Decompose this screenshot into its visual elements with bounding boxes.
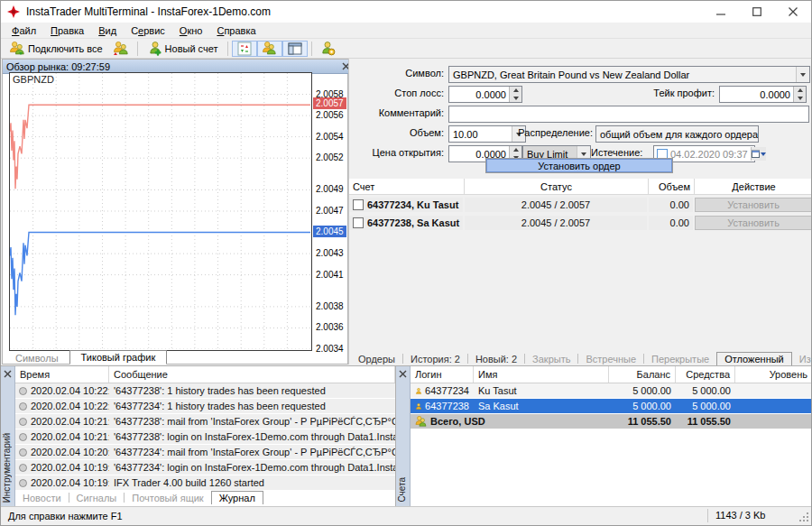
list-item[interactable]: 2020.02.04 10:22:2...'64377238': 1 histo… xyxy=(15,383,395,398)
market-watch-toggle-button[interactable] xyxy=(232,41,257,57)
price-tick-label: 2.0049 xyxy=(316,184,344,194)
terminal-close-button[interactable] xyxy=(3,369,13,379)
column-header-status[interactable]: Статус xyxy=(465,179,649,194)
column-header-volume[interactable]: Объем xyxy=(649,179,695,194)
stop-loss-input[interactable] xyxy=(449,87,509,102)
tab-signals[interactable]: Сигналы xyxy=(69,492,125,504)
menu-item-file[interactable]: Файл xyxy=(5,24,43,37)
tab-counter[interactable]: Встречные xyxy=(578,353,643,365)
accounts-close-button[interactable] xyxy=(398,369,408,379)
account-name: 64377238, Sa Kasut xyxy=(367,217,459,228)
take-profit-stepper[interactable] xyxy=(719,86,807,103)
journal-rows: 2020.02.04 10:22:2...'64377238': 1 histo… xyxy=(15,383,395,491)
resize-grip[interactable] xyxy=(798,512,809,522)
maximize-button[interactable] xyxy=(739,1,775,23)
close-icon xyxy=(398,369,408,379)
spin-up-icon[interactable] xyxy=(510,87,521,95)
tab-pending[interactable]: Отложенный xyxy=(716,352,792,365)
tab-journal[interactable]: Журнал xyxy=(211,491,263,504)
spin-down-icon[interactable] xyxy=(794,95,806,103)
column-header-name[interactable]: Имя xyxy=(474,366,609,383)
user-icon xyxy=(415,401,422,412)
accounts-toggle-button[interactable] xyxy=(257,41,282,57)
list-item[interactable]: 2020.02.04 10:20:0...'64377234': mail fr… xyxy=(15,445,395,459)
price-tick-label: 2.0036 xyxy=(316,322,344,332)
column-header-login[interactable]: Логин xyxy=(411,366,474,383)
minimize-button[interactable] xyxy=(703,1,739,23)
column-header-level[interactable]: Уровень xyxy=(735,366,812,383)
status-bar: Для справки нажмите F1 xyxy=(1,506,811,525)
column-header-time[interactable]: Время xyxy=(15,366,109,383)
list-item[interactable]: 2020.02.04 10:21:1...'64377238': mail fr… xyxy=(15,414,395,429)
table-row-selected[interactable]: 64377238 Sa Kasut 5 000.00 5 000.00 xyxy=(411,399,812,413)
new-account-button[interactable]: Новый счет xyxy=(142,41,224,57)
layout-toggle-button[interactable] xyxy=(282,41,308,57)
menu-item-view[interactable]: Вид xyxy=(91,24,124,37)
list-item[interactable]: 2020.02.04 10:19:5...'64377234': login o… xyxy=(15,460,395,475)
tab-history[interactable]: История: 2 xyxy=(403,353,467,365)
menu-item-help[interactable]: Справка xyxy=(209,24,263,37)
expert-settings-button[interactable] xyxy=(316,41,341,57)
table-row[interactable]: 64377234, Ku Tasut 2.0045 / 2.0057 0.00 … xyxy=(349,197,812,213)
accounts-panel: Счета Логин Имя Баланс Средства Уровень … xyxy=(395,365,812,506)
minimize-icon xyxy=(716,7,725,16)
accounts-panel-label[interactable]: Счета xyxy=(397,477,407,503)
terminal-panel-label[interactable]: Инструментарий xyxy=(2,433,12,503)
table-row[interactable]: 64377238, Sa Kasut 2.0045 / 2.0057 0.00 … xyxy=(349,215,812,231)
volume-label: Объем: xyxy=(354,127,444,138)
tab-news[interactable]: Новости xyxy=(15,492,69,504)
distribution-select[interactable]: общий объем для каждого ордера xyxy=(595,125,759,143)
bid-price-label: 2.0045 xyxy=(313,226,346,237)
menu-item-service[interactable]: Сервис xyxy=(124,24,172,37)
tab-modify[interactable]: Изменить xyxy=(792,353,812,365)
table-row[interactable]: 64377234 Ku Tasut 5 000.00 5 000.00 xyxy=(411,383,812,398)
symbol-label: Символ: xyxy=(354,68,444,78)
row-checkbox[interactable] xyxy=(353,199,364,210)
take-profit-input[interactable] xyxy=(720,87,793,102)
tab-close[interactable]: Закрыть xyxy=(525,353,577,365)
tab-new[interactable]: Новый: 2 xyxy=(468,353,524,365)
disconnect-all-button[interactable] xyxy=(108,41,134,57)
price-tick-label: 2.0047 xyxy=(316,206,344,216)
connect-all-button[interactable]: Подключить все xyxy=(5,41,108,57)
accounts-panel-strip: Счета xyxy=(396,366,411,506)
tab-overlapped[interactable]: Перекрытые xyxy=(644,353,716,365)
open-price-label: Цена открытия: xyxy=(354,147,444,158)
close-icon xyxy=(789,7,798,16)
place-row-order-button[interactable]: Установить xyxy=(695,198,812,212)
ask-price-label: 2.0057 xyxy=(313,97,346,109)
list-item[interactable]: 2020.02.04 10:21:0...'64377238': login o… xyxy=(15,429,395,444)
stop-loss-stepper[interactable] xyxy=(448,86,522,103)
layout-icon xyxy=(288,42,302,56)
row-checkbox[interactable] xyxy=(353,217,364,228)
toolbar-separator xyxy=(311,42,312,56)
expiration-checkbox[interactable] xyxy=(657,149,668,160)
spin-up-icon[interactable] xyxy=(794,87,806,95)
column-header-equity[interactable]: Средства xyxy=(676,366,735,383)
place-row-order-button[interactable]: Установить xyxy=(695,216,812,230)
list-item[interactable]: 2020.02.04 10:19:3...IFX Trader 4.00 bui… xyxy=(15,475,395,490)
market-watch-icon xyxy=(237,42,252,56)
tab-tick-chart[interactable]: Тиковый график xyxy=(69,350,168,365)
spin-up-icon[interactable] xyxy=(510,146,521,154)
column-header-message[interactable]: Сообщение xyxy=(109,366,395,383)
menu-item-edit[interactable]: Правка xyxy=(43,24,91,37)
calendar-icon[interactable] xyxy=(751,147,766,161)
comment-input[interactable] xyxy=(449,106,808,122)
list-item[interactable]: 2020.02.04 10:22:2...'64377234': 1 histo… xyxy=(15,399,395,413)
tab-mailbox[interactable]: Почтовый ящик xyxy=(125,492,210,504)
accounts-header: Логин Имя Баланс Средства Уровень xyxy=(411,366,812,383)
tab-orders[interactable]: Ордеры xyxy=(351,353,402,365)
column-header-account[interactable]: Счет xyxy=(349,179,465,194)
close-button[interactable] xyxy=(775,1,811,23)
menu-item-window[interactable]: Окно xyxy=(172,24,210,37)
spin-down-icon[interactable] xyxy=(510,95,521,103)
order-panel: Символ: GBPNZD, Great Britain Pound vs N… xyxy=(348,59,812,365)
symbol-select[interactable]: GBPNZD, Great Britain Pound vs New Zeala… xyxy=(448,66,810,83)
column-header-action[interactable]: Действие xyxy=(695,179,812,194)
place-order-button[interactable]: Установить ордер xyxy=(486,159,672,172)
column-header-balance[interactable]: Баланс xyxy=(609,366,676,383)
accounts-total-row: Всего, USD 11 055.50 11 055.50 xyxy=(411,414,812,429)
tab-symbols[interactable]: Символы xyxy=(6,352,68,365)
order-type-value: Buy Limit xyxy=(527,149,567,160)
